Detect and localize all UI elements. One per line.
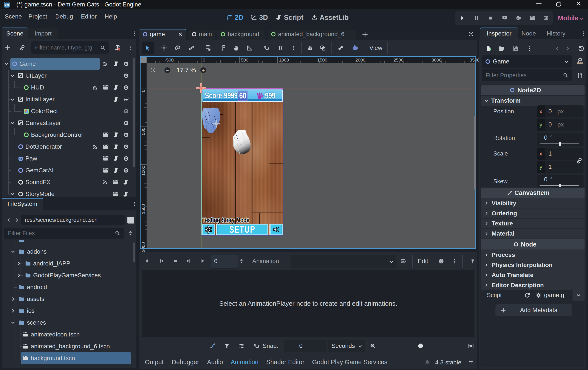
- svg-text:A: A: [402, 260, 404, 262]
- svg-text:DOC: DOC: [577, 62, 583, 64]
